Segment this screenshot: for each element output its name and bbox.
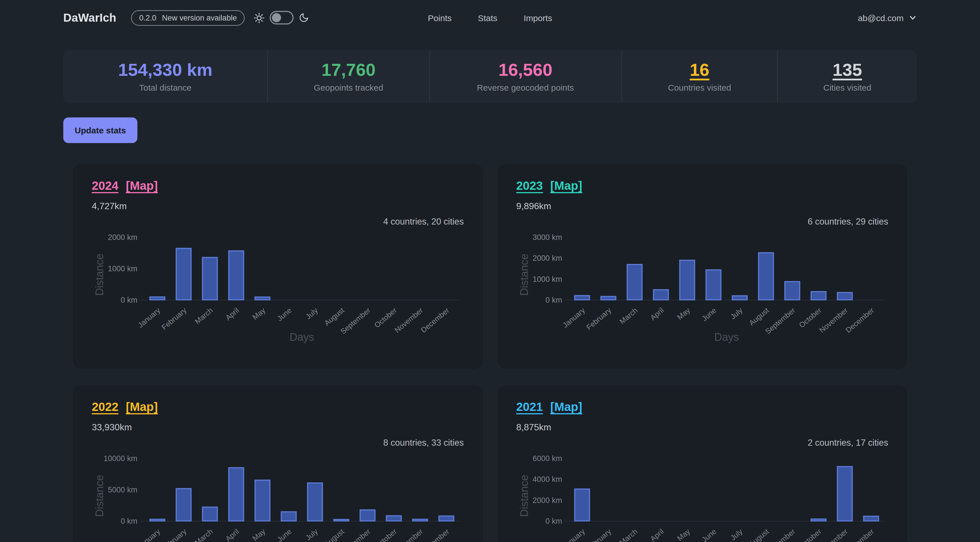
toggle-knob	[272, 13, 282, 22]
year-card-2023: 2023 [Map] 9,896km 6 countries, 29 citie…	[497, 164, 907, 369]
stat-label: Cities visited	[823, 83, 871, 92]
x-tick-label: February	[584, 527, 612, 542]
stat-value[interactable]: 16	[690, 61, 710, 78]
x-tick-label: July	[728, 306, 744, 321]
x-tick-label: July	[728, 527, 744, 542]
version-text: New version available	[162, 13, 237, 22]
year-card-2022: 2022 [Map] 33,930km 8 countries, 33 citi…	[73, 385, 483, 542]
version-number: 0.2.0	[139, 13, 156, 22]
nav-imports[interactable]: Imports	[523, 13, 552, 22]
map-link-2021[interactable]: [Map]	[550, 400, 582, 414]
update-stats-button[interactable]: Update stats	[63, 118, 137, 143]
x-tick-label: November	[393, 527, 425, 542]
stat-label: Countries visited	[668, 83, 731, 92]
x-tick-label: June	[700, 306, 718, 323]
chart-bar	[811, 519, 826, 521]
chart-bar	[784, 281, 799, 300]
x-tick-label: April	[648, 527, 665, 542]
year-summary: 8 countries, 33 cities	[92, 438, 464, 448]
theme-toggle[interactable]	[270, 11, 294, 24]
stat-label: Total distance	[139, 83, 191, 92]
x-tick-label: October	[797, 527, 822, 542]
chevron-down-icon	[909, 14, 917, 22]
chart-bar	[439, 516, 454, 521]
chart-bar	[334, 520, 348, 521]
map-link-2022[interactable]: [Map]	[126, 400, 158, 414]
y-tick-label: 0 km	[545, 296, 562, 304]
sun-icon	[254, 12, 265, 23]
x-tick-label: May	[251, 527, 267, 542]
map-link-2023[interactable]: [Map]	[550, 179, 582, 192]
stat-label: Reverse geocoded points	[477, 83, 574, 92]
y-axis-title: Distance	[518, 254, 530, 296]
y-tick-label: 3000 km	[532, 233, 562, 242]
stat-geopoints-tracked: 17,760 Geopoints tracked	[267, 50, 429, 103]
chart-bar	[574, 489, 589, 521]
x-tick-label: July	[304, 527, 320, 542]
x-tick-label: August	[747, 527, 770, 542]
year-link-2022[interactable]: 2022	[92, 400, 118, 414]
y-tick-label: 10000 km	[103, 454, 137, 463]
chart-bar	[176, 248, 191, 300]
chart-bar	[601, 296, 616, 300]
year-link-2023[interactable]: 2023	[516, 179, 543, 192]
navbar-left: DaWarIch 0.2.0 New version available	[63, 10, 428, 25]
x-tick-label: March	[193, 306, 215, 326]
x-tick-label: November	[393, 306, 425, 334]
bar-chart-svg: Distance0 km1000 km2000 kmJanuaryFebruar…	[92, 231, 463, 349]
monthly-distance-chart-2024: Distance0 km1000 km2000 kmJanuaryFebruar…	[92, 231, 464, 349]
chart-bar	[864, 517, 878, 521]
x-axis-title: Days	[290, 331, 314, 343]
monthly-distance-chart-2022: Distance0 km5000 km10000 kmJanuaryFebrua…	[92, 453, 464, 542]
stat-value[interactable]: 135	[833, 61, 862, 78]
chart-bar	[150, 519, 165, 521]
app-logo[interactable]: DaWarIch	[63, 11, 116, 24]
chart-bar	[229, 251, 244, 300]
y-tick-label: 0 km	[121, 296, 137, 304]
x-tick-label: August	[323, 527, 346, 542]
chart-bar	[282, 512, 296, 521]
chart-bar	[360, 510, 375, 521]
theme-switcher	[254, 11, 309, 24]
chart-bar	[413, 519, 428, 521]
year-card-2021: 2021 [Map] 8,875km 2 countries, 17 citie…	[497, 385, 907, 542]
chart-bar	[202, 257, 217, 300]
chart-bar	[732, 296, 747, 300]
nav-stats[interactable]: Stats	[478, 13, 497, 22]
bar-chart-svg: Distance0 km5000 km10000 kmJanuaryFebrua…	[92, 453, 463, 542]
y-tick-label: 2000 km	[532, 254, 562, 262]
account-menu[interactable]: ab@cd.com	[552, 13, 917, 22]
chart-bar	[150, 297, 165, 300]
x-tick-label: May	[251, 306, 267, 322]
y-tick-label: 4000 km	[532, 475, 562, 483]
stat-total-distance: 154,330 km Total distance	[63, 50, 267, 103]
chart-bar	[679, 260, 694, 300]
x-tick-label: April	[224, 527, 240, 542]
y-tick-label: 2000 km	[532, 496, 562, 505]
x-tick-label: October	[372, 306, 398, 329]
y-tick-label: 5000 km	[108, 486, 137, 494]
map-link-2024[interactable]: [Map]	[126, 179, 158, 192]
y-tick-label: 2000 km	[108, 233, 137, 242]
x-tick-label: June	[275, 306, 293, 323]
y-tick-label: 1000 km	[108, 264, 137, 273]
stat-value: 154,330 km	[118, 61, 213, 78]
x-tick-label: November	[817, 527, 849, 542]
stat-value: 16,560	[498, 61, 552, 78]
year-link-2021[interactable]: 2021	[516, 400, 543, 414]
x-tick-label: May	[675, 306, 692, 322]
x-tick-label: July	[304, 306, 320, 321]
version-badge[interactable]: 0.2.0 New version available	[131, 10, 245, 25]
x-tick-label: March	[618, 527, 639, 542]
chart-bar	[706, 270, 721, 300]
y-axis-title: Distance	[518, 475, 530, 517]
x-tick-label: January	[136, 527, 162, 542]
bar-chart-svg: Distance0 km2000 km4000 km6000 kmJanuary…	[516, 453, 888, 542]
y-axis-title: Distance	[94, 475, 105, 517]
chart-bar	[229, 467, 244, 521]
nav-points[interactable]: Points	[428, 13, 452, 22]
year-link-2024[interactable]: 2024	[92, 179, 118, 192]
year-distance: 8,875km	[516, 422, 888, 432]
x-tick-label: March	[193, 527, 215, 542]
x-tick-label: June	[275, 527, 293, 542]
